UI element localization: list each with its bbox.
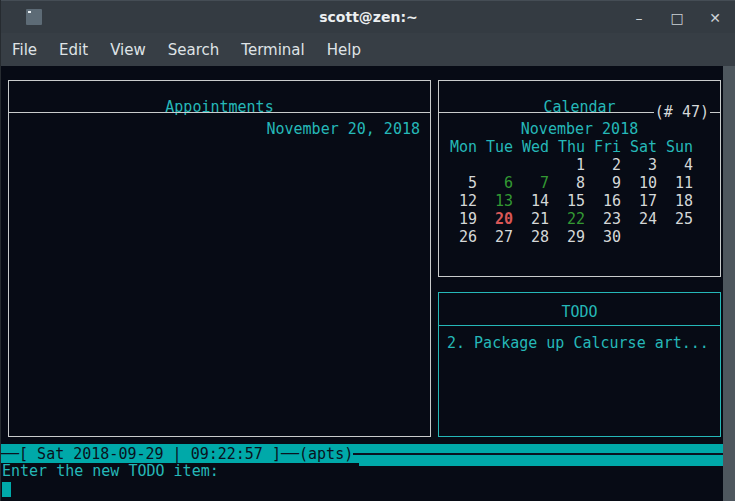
calendar-day-22: 22 — [558, 210, 594, 228]
calendar-day-17: 17 — [630, 192, 666, 210]
calendar-day-30: 30 — [594, 228, 630, 246]
calendar-day-4: 4 — [666, 156, 702, 174]
day-header-mon: Mon — [450, 138, 486, 156]
appointments-panel: Appointments November 20, 2018 — [8, 80, 431, 437]
calendar-day-10: 10 — [630, 174, 666, 192]
calendar-day-28: 28 — [522, 228, 558, 246]
separator-line — [439, 112, 654, 113]
appointments-title-separator — [9, 112, 430, 113]
calendar-day-18: 18 — [666, 192, 702, 210]
title-bar[interactable]: scott@zen:~ –□✕ — [1, 0, 735, 33]
calendar-month-label: November 2018 — [439, 120, 720, 138]
menu-item-terminal[interactable]: Terminal — [240, 39, 305, 61]
day-header-wed: Wed — [522, 138, 558, 156]
calendar-day-24: 24 — [630, 210, 666, 228]
calendar-day-7: 7 — [522, 174, 558, 192]
menu-item-edit[interactable]: Edit — [58, 39, 89, 61]
calendar-week-row: 1234 — [450, 156, 702, 174]
calendar-day-5: 5 — [450, 174, 486, 192]
calendar-day-9: 9 — [594, 174, 630, 192]
calendar-day-empty — [522, 156, 558, 174]
menu-item-view[interactable]: View — [109, 39, 147, 61]
window-controls: –□✕ — [628, 1, 726, 34]
menu-item-file[interactable]: File — [11, 39, 38, 61]
statusbar-text: ──[ Sat 2018-09-29 | 09:22:57 ]──(apts) — [1, 445, 353, 463]
appointments-date-label: November 20, 2018 — [9, 120, 420, 138]
terminal-screen[interactable]: Appointments November 20, 2018 Calendar … — [1, 66, 735, 501]
day-header-sat: Sat — [630, 138, 666, 156]
separator-line — [710, 112, 720, 113]
todo-list-item: 2. Package up Calcurse art... — [447, 334, 709, 352]
day-header-fri: Fri — [594, 138, 630, 156]
close-button[interactable]: ✕ — [704, 7, 726, 29]
todo-panel: TODO 2. Package up Calcurse art... — [438, 292, 721, 437]
calendar-day-29: 29 — [558, 228, 594, 246]
calendar-day-25: 25 — [666, 210, 702, 228]
calendar-day-empty — [450, 156, 486, 174]
calendar-week-row: 567891011 — [450, 174, 702, 192]
calendar-day-20: 20 — [486, 210, 522, 228]
redraw-artifact-line — [359, 463, 723, 466]
calendar-week-row: 19202122232425 — [450, 210, 702, 228]
calendar-week-row: 2627282930 — [450, 228, 702, 246]
calendar-day-27: 27 — [486, 228, 522, 246]
maximize-button[interactable]: □ — [666, 7, 688, 29]
calendar-day-empty — [486, 156, 522, 174]
todo-title-separator — [439, 325, 720, 326]
calendar-day-26: 26 — [450, 228, 486, 246]
notify-status-bar: ──[ Sat 2018-09-29 | 09:22:57 ]──(apts) — [1, 444, 723, 463]
calendar-day-1: 1 — [558, 156, 594, 174]
calendar-day-6: 6 — [486, 174, 522, 192]
calendar-day-2: 2 — [594, 156, 630, 174]
calendar-day-12: 12 — [450, 192, 486, 210]
menu-item-search[interactable]: Search — [167, 39, 221, 61]
calendar-title-separator: (# 47) — [439, 103, 720, 121]
todo-panel-title: TODO — [439, 303, 720, 321]
terminal-window: scott@zen:~ –□✕ FileEditViewSearchTermin… — [0, 0, 735, 501]
calendar-day-19: 19 — [450, 210, 486, 228]
calendar-day-23: 23 — [594, 210, 630, 228]
calendar-day-empty — [630, 228, 666, 246]
todo-input-prompt: Enter the new TODO item: — [2, 462, 219, 480]
calendar-day-11: 11 — [666, 174, 702, 192]
day-header-tue: Tue — [486, 138, 522, 156]
calendar-week-row: 12131415161718 — [450, 192, 702, 210]
menu-bar: FileEditViewSearchTerminalHelp — [1, 33, 735, 66]
window-title: scott@zen:~ — [1, 1, 735, 34]
calendar-day-14: 14 — [522, 192, 558, 210]
calendar-day-3: 3 — [630, 156, 666, 174]
menu-item-help[interactable]: Help — [326, 39, 362, 61]
calendar-day-8: 8 — [558, 174, 594, 192]
calendar-day-13: 13 — [486, 192, 522, 210]
text-cursor[interactable] — [2, 482, 11, 497]
calendar-day-empty — [666, 228, 702, 246]
day-header-sun: Sun — [666, 138, 702, 156]
day-header-thu: Thu — [558, 138, 594, 156]
minimize-button[interactable]: – — [628, 7, 650, 29]
calendar-day-headers: MonTueWedThuFriSatSun — [450, 138, 702, 156]
statusbar-fill-line — [353, 453, 723, 455]
terminal-scrollbar[interactable] — [723, 66, 735, 501]
week-number-badge: (# 47) — [654, 103, 710, 121]
calendar-day-21: 21 — [522, 210, 558, 228]
calendar-panel: Calendar (# 47) November 2018 MonTueWedT… — [438, 80, 721, 277]
calendar-day-16: 16 — [594, 192, 630, 210]
appointments-panel-title: Appointments — [9, 98, 430, 116]
calendar-day-15: 15 — [558, 192, 594, 210]
